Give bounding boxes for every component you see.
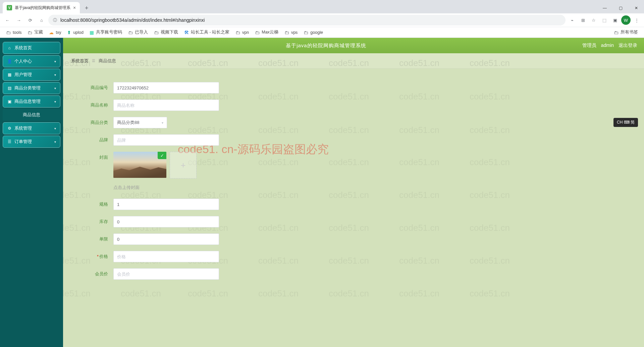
label-brand: 品牌: [76, 137, 113, 143]
cloud-icon: ☁: [49, 30, 54, 35]
grid-icon: ▦: [7, 72, 12, 77]
side-panel-icon[interactable]: ▣: [610, 15, 620, 25]
category-select[interactable]: 商品分类88 ▾: [113, 117, 167, 128]
all-bookmarks[interactable]: 🗀 所有书签: [611, 28, 641, 37]
window-controls: — ▢ ✕: [597, 3, 644, 13]
brand-input[interactable]: [113, 134, 219, 146]
bookmark-label: 视频下载: [161, 29, 178, 35]
bookmark-item[interactable]: 🗀vpn: [233, 28, 252, 37]
close-window-button[interactable]: ✕: [629, 3, 644, 13]
bookmark-label: Max云梯: [262, 29, 278, 35]
bookmark-item[interactable]: 🗀google: [301, 28, 326, 37]
bookmark-item[interactable]: 🗀tools: [3, 28, 24, 37]
bookmark-item[interactable]: ▦共享账号密码: [87, 28, 125, 37]
breadcrumb-current: 商品信息: [99, 58, 116, 64]
sidebar-item[interactable]: ▣商品信息管理▾: [3, 95, 60, 108]
ime-badge[interactable]: CH ⌨ 简: [613, 118, 638, 127]
sidebar-item[interactable]: ▦用户管理▾: [3, 69, 60, 81]
sidebar-item-label: 系统管理: [14, 125, 32, 131]
folder-icon: 🗀: [6, 30, 11, 35]
bookmark-label: vps: [291, 30, 298, 35]
bookmark-item[interactable]: ⬆uplod: [64, 28, 86, 37]
sidebar-item[interactable]: 👤个人中心▾: [3, 55, 60, 67]
folder-icon: 🗀: [154, 30, 159, 35]
limit-input[interactable]: [113, 233, 219, 245]
spec-input[interactable]: [113, 199, 219, 210]
upload-hint: 点击上传封面: [113, 185, 631, 191]
logout-link[interactable]: 退出登录: [619, 43, 637, 49]
bookmark-item[interactable]: 🗀宝藏: [25, 28, 46, 37]
sidebar-item[interactable]: ⌂系统首页: [3, 42, 60, 54]
bookmark-bar: 🗀tools🗀宝藏☁txy⬆uplod▦共享账号密码🗀已导入🗀视频下载🛠站长工具…: [0, 27, 644, 38]
home-button[interactable]: ⌂: [37, 15, 46, 25]
bookmark-label: 已导入: [135, 29, 148, 35]
bookmark-label: txy: [56, 30, 61, 35]
cover-thumbnail[interactable]: ✓: [113, 152, 166, 178]
tab-title: 基于java的轻院网购商城管理系: [15, 5, 70, 11]
new-tab-button[interactable]: +: [82, 3, 91, 13]
info-icon: ▣: [7, 99, 12, 104]
sidebar-sub-item[interactable]: 商品信息: [3, 109, 60, 121]
maximize-button[interactable]: ▢: [613, 3, 628, 13]
bookmark-item[interactable]: 🗀Max云梯: [252, 28, 281, 37]
password-icon[interactable]: ⌁: [568, 15, 577, 25]
form-area: 商品编号 商品名称 商品分类 商品分类88 ▾ 品牌 封面: [63, 69, 644, 347]
bookmark-label: 所有书签: [621, 29, 638, 35]
back-button[interactable]: ←: [3, 15, 12, 25]
user-role: 管理员: [582, 43, 596, 49]
user-name: admin: [601, 43, 614, 49]
bookmark-label: google: [310, 30, 323, 35]
site-info-icon: ⓘ: [53, 17, 57, 23]
label-stock: 库存: [76, 219, 113, 225]
browser-tab[interactable]: V 基于java的轻院网购商城管理系 ×: [3, 2, 80, 13]
sidebar-item-label: 订单管理: [14, 139, 32, 145]
bookmark-label: uplod: [73, 30, 84, 35]
sidebar-item-label: 个人中心: [14, 58, 32, 64]
price-input[interactable]: [113, 251, 219, 262]
member-price-input[interactable]: [113, 268, 219, 280]
bookmark-item[interactable]: ☁txy: [46, 28, 64, 37]
bookmark-star-icon[interactable]: ☆: [589, 15, 598, 25]
bookmark-item[interactable]: 🗀vps: [282, 28, 300, 37]
main: 基于java的轻院网购商城管理系统 管理员 admin 退出登录 系统首页 ☰ …: [63, 38, 644, 347]
mountain-image: [113, 166, 166, 178]
tool-icon: 🛠: [184, 30, 189, 35]
label-category: 商品分类: [76, 120, 113, 126]
browser-chrome: V 基于java的轻院网购商城管理系 × + — ▢ ✕ ← → ⟳ ⌂ ⓘ l…: [0, 0, 644, 38]
menu-icon[interactable]: ⋮: [632, 15, 641, 25]
sidebar-item[interactable]: ☰订单管理▾: [3, 136, 60, 148]
profile-avatar[interactable]: W: [621, 15, 631, 25]
home-icon: ⌂: [7, 46, 12, 50]
translate-icon[interactable]: ⊞: [578, 15, 588, 25]
upload-add-button[interactable]: +: [170, 152, 197, 179]
sidebar-item-label: 商品信息: [23, 112, 40, 118]
folder-icon: 🗀: [235, 30, 240, 35]
extensions-icon[interactable]: ⬚: [600, 15, 609, 25]
minimize-button[interactable]: —: [597, 3, 612, 13]
bookmark-item[interactable]: 🗀已导入: [125, 28, 151, 37]
sidebar-item[interactable]: ⚙系统管理▾: [3, 122, 60, 134]
sidebar-item-label: 商品信息管理: [14, 98, 41, 105]
label-cover: 封面: [76, 152, 113, 160]
product-name-input[interactable]: [113, 99, 219, 111]
chevron-down-icon: ▾: [54, 127, 56, 130]
sidebar: ⌂系统首页👤个人中心▾▦用户管理▾▤商品分类管理▾▣商品信息管理▾商品信息⚙系统…: [0, 38, 63, 347]
folder-icon: 🗀: [614, 30, 619, 35]
breadcrumb-home[interactable]: 系统首页: [71, 58, 89, 64]
app-root: code51.cncode51.cncode51.cncode51.cncode…: [0, 38, 644, 347]
check-badge-icon: ✓: [158, 152, 166, 159]
product-id-input[interactable]: [113, 82, 219, 93]
folder-icon: 🗀: [304, 30, 308, 35]
bookmark-item[interactable]: 🗀视频下载: [151, 28, 181, 37]
category-value: 商品分类88: [117, 120, 139, 126]
url-bar[interactable]: ⓘ localhost:8080/springbootb534a/admin/d…: [48, 15, 566, 25]
sidebar-item[interactable]: ▤商品分类管理▾: [3, 82, 60, 94]
stock-input[interactable]: [113, 216, 219, 227]
forward-button[interactable]: →: [14, 15, 23, 25]
bookmark-label: 宝藏: [34, 29, 43, 35]
favicon-icon: V: [7, 5, 12, 10]
reload-button[interactable]: ⟳: [25, 15, 35, 25]
bookmark-item[interactable]: 🛠站长工具 - 站长之家: [181, 28, 232, 37]
label-member-price: 会员价: [76, 271, 113, 277]
tab-close-icon[interactable]: ×: [73, 5, 76, 10]
